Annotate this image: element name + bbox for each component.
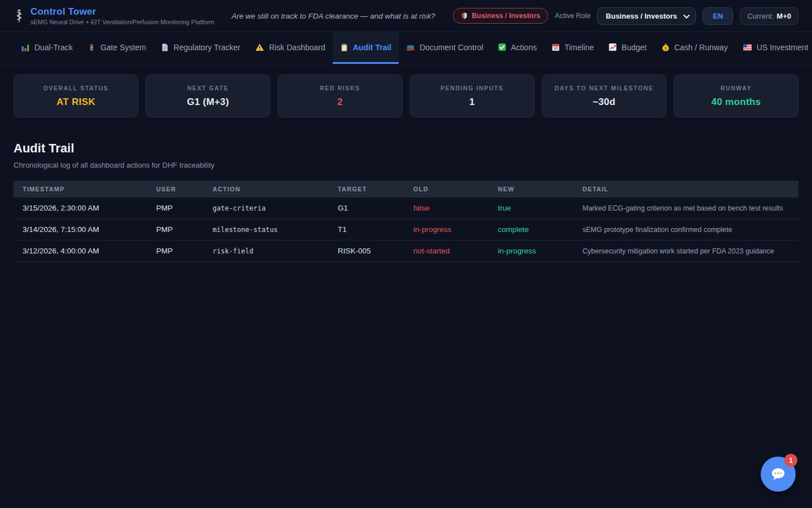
- cell-detail: Cybersecurity mitigation work started pe…: [573, 240, 798, 262]
- tab-audit-trail[interactable]: Audit Trail: [333, 32, 399, 64]
- cell-old-value: not-started: [404, 240, 489, 262]
- tab-budget[interactable]: Budget: [601, 32, 654, 64]
- clipboard-icon: [340, 43, 348, 52]
- svg-text:17: 17: [554, 46, 558, 50]
- column-header-timestamp: TIMESTAMP: [14, 181, 147, 198]
- card-label: RUNWAY: [721, 85, 752, 91]
- status-cards-row: OVERALL STATUS AT RISK NEXT GATE G1 (M+3…: [0, 64, 812, 117]
- cell-action: milestone-status: [204, 219, 329, 240]
- traffic-light-icon: [87, 43, 96, 52]
- current-value: M+0: [776, 12, 791, 20]
- cell-action: gate-criteria: [204, 198, 329, 219]
- card-label: DAYS TO NEXT MILESTONE: [554, 85, 654, 91]
- cell-detail: Marked ECG-gating criterion as met based…: [573, 198, 798, 219]
- column-header-old: OLD: [404, 181, 489, 198]
- shield-icon: [461, 12, 468, 20]
- card-value: AT RISK: [56, 97, 95, 108]
- cell-old-value: in-progress: [404, 219, 489, 240]
- table-row: 3/12/2026, 4:00:00 AM PMP risk-field RIS…: [14, 240, 798, 262]
- column-header-target: TARGET: [329, 181, 404, 198]
- role-badge[interactable]: Business / Investors: [453, 8, 549, 24]
- role-select-wrap: Business / Investors: [597, 7, 696, 25]
- chat-launcher-button[interactable]: 1: [761, 457, 796, 492]
- tab-label: Timeline: [564, 43, 594, 52]
- money-bag-icon: $: [661, 43, 670, 52]
- tab-actions[interactable]: Actions: [491, 32, 544, 64]
- unread-count-badge: 1: [784, 454, 797, 467]
- tab-label: Budget: [621, 43, 646, 52]
- tab-label: Document Control: [420, 43, 483, 52]
- role-badge-label: Business / Investors: [472, 12, 541, 20]
- medical-staff-icon: [14, 8, 25, 23]
- column-header-detail: DETAIL: [573, 181, 798, 198]
- card-value: 2: [337, 97, 343, 108]
- tab-label: Gate System: [100, 43, 146, 52]
- check-mark-icon: [498, 43, 506, 51]
- chat-bubble-icon: [769, 465, 788, 484]
- brand: Control Tower sEMG Neural Drive + EIT Ve…: [14, 6, 214, 25]
- books-icon: [406, 43, 415, 52]
- chart-increasing-icon: [608, 43, 617, 51]
- role-select[interactable]: Business / Investors: [597, 7, 696, 25]
- tab-risk-dashboard[interactable]: Risk Dashboard: [248, 32, 333, 64]
- tab-dual-track[interactable]: Dual-Track: [14, 32, 80, 64]
- cell-user: PMP: [147, 198, 204, 219]
- status-card-red-risks: RED RISKS 2: [277, 75, 402, 117]
- column-header-new: NEW: [489, 181, 573, 198]
- cell-target: T1: [329, 219, 404, 240]
- section-title: Audit Trail: [14, 141, 798, 156]
- cell-timestamp: 3/12/2026, 4:00:00 AM: [14, 240, 147, 262]
- cell-user: PMP: [147, 219, 204, 240]
- cell-target: G1: [329, 198, 404, 219]
- card-value: 1: [469, 97, 475, 108]
- tab-label: Actions: [511, 43, 537, 52]
- current-label: Current:: [747, 12, 774, 20]
- status-card-next-gate: NEXT GATE G1 (M+3): [145, 75, 270, 117]
- section-header: Audit Trail Chronological log of all das…: [0, 141, 812, 169]
- active-role-label: Active Role: [555, 12, 590, 20]
- tab-cash-runway[interactable]: $ Cash / Runway: [654, 32, 735, 64]
- tab-document-control[interactable]: Document Control: [399, 32, 491, 64]
- brand-text: Control Tower sEMG Neural Drive + EIT Ve…: [30, 6, 214, 25]
- card-value: 40 months: [712, 97, 761, 108]
- audit-table: TIMESTAMP USER ACTION TARGET OLD NEW DET…: [14, 181, 798, 262]
- tab-label: US Investment: [757, 43, 809, 52]
- column-header-action: ACTION: [204, 181, 329, 198]
- language-button[interactable]: EN: [703, 7, 733, 25]
- section-subtitle: Chronological log of all dashboard actio…: [14, 161, 798, 169]
- tab-regulatory-tracker[interactable]: Regulatory Tracker: [153, 32, 248, 64]
- tab-gate-system[interactable]: Gate System: [80, 32, 153, 64]
- table-header-row: TIMESTAMP USER ACTION TARGET OLD NEW DET…: [14, 181, 798, 198]
- status-card-overall-status: OVERALL STATUS AT RISK: [14, 75, 138, 117]
- tagline: Are we still on track to FDA clearance —…: [223, 12, 444, 20]
- cell-timestamp: 3/14/2026, 7:15:00 AM: [14, 219, 147, 240]
- card-label: NEXT GATE: [187, 85, 229, 91]
- page-title: Control Tower: [30, 6, 214, 17]
- tab-us-investment[interactable]: US Investment: [735, 32, 812, 64]
- card-label: PENDING INPUTS: [440, 85, 504, 91]
- cell-old-value: false: [404, 198, 489, 219]
- cell-action: risk-field: [204, 240, 329, 262]
- bar-chart-icon: [21, 43, 30, 52]
- tab-timeline[interactable]: 17 Timeline: [544, 32, 601, 64]
- cell-timestamp: 3/15/2026, 2:30:00 AM: [14, 198, 147, 219]
- cell-target: RISK-005: [329, 240, 404, 262]
- cell-user: PMP: [147, 240, 204, 262]
- status-card-days-to-next-milestone: DAYS TO NEXT MILESTONE ~30d: [542, 75, 667, 117]
- page-subtitle: sEMG Neural Drive + EIT Ventilation/Perf…: [30, 19, 214, 25]
- column-header-user: USER: [147, 181, 204, 198]
- table-row: 3/15/2026, 2:30:00 AM PMP gate-criteria …: [14, 198, 798, 219]
- cell-new-value: true: [489, 198, 573, 219]
- status-card-pending-inputs: PENDING INPUTS 1: [410, 75, 535, 117]
- tab-label: Risk Dashboard: [269, 43, 325, 52]
- bookmark-tabs-icon: [161, 43, 169, 52]
- tab-label: Audit Trail: [353, 43, 391, 52]
- calendar-icon: 17: [551, 43, 560, 51]
- header-controls: Business / Investors Active Role Busines…: [453, 7, 799, 25]
- tab-label: Regulatory Tracker: [174, 43, 240, 52]
- tab-label: Cash / Runway: [674, 43, 728, 52]
- table-row: 3/14/2026, 7:15:00 AM PMP milestone-stat…: [14, 219, 798, 240]
- cell-detail: sEMG prototype finalization confirmed co…: [573, 219, 798, 240]
- cell-new-value: complete: [489, 219, 573, 240]
- current-month-indicator: Current: M+0: [740, 7, 798, 25]
